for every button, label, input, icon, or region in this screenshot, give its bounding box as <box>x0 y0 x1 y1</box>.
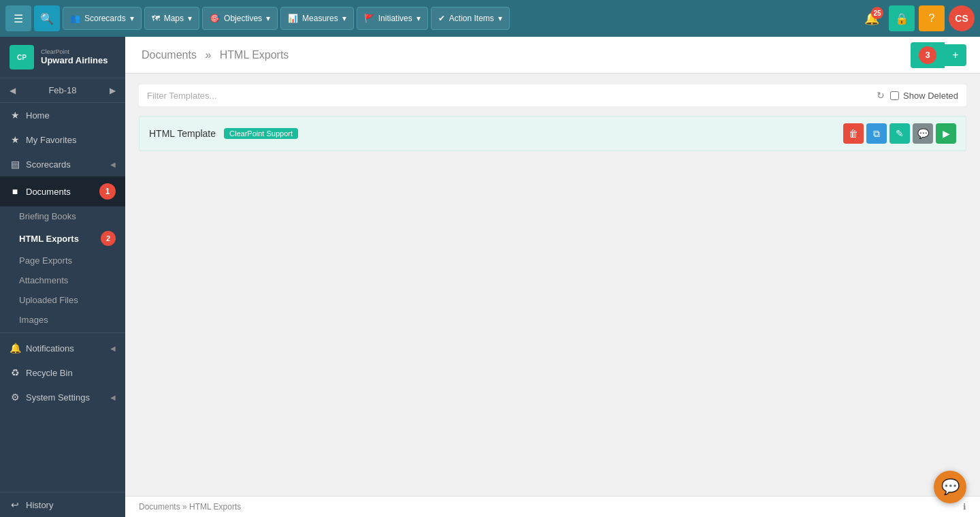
initiatives-nav-button[interactable]: 🚩 Initiatives ▾ <box>357 7 428 30</box>
history-icon: ↩ <box>10 499 20 510</box>
maps-nav-chevron: ▾ <box>188 14 192 23</box>
briefing-books-label: Briefing Books <box>19 211 76 221</box>
show-deleted-text: Show Deleted <box>903 91 958 101</box>
notifications-chevron-icon: ◀ <box>110 345 116 352</box>
sidebar-logo: CP ClearPoint Upward Airlines <box>0 37 125 78</box>
main-layout: CP ClearPoint Upward Airlines ◀ Feb-18 ▶… <box>0 37 980 517</box>
objectives-nav-icon: 🎯 <box>210 14 220 23</box>
sidebar-item-notifications[interactable]: 🔔 Notifications ◀ <box>0 336 125 360</box>
objectives-nav-chevron: ▾ <box>266 14 270 23</box>
sidebar-item-home[interactable]: ★ Home <box>0 103 125 127</box>
breadcrumb-documents: Documents <box>142 49 197 61</box>
template-list-item: HTML Template ClearPoint Support 🗑 ⧉ ✎ 💬… <box>139 116 966 151</box>
uploaded-files-label: Uploaded Files <box>19 295 78 305</box>
period-selector: ◀ Feb-18 ▶ <box>0 78 125 103</box>
notification-badge: 25 <box>871 7 883 19</box>
sidebar-item-scorecards[interactable]: ▤ Scorecards ◀ <box>0 152 125 176</box>
sidebar-item-html-exports[interactable]: HTML Exports 2 <box>0 226 125 251</box>
template-support-badge: ClearPoint Support <box>224 128 298 139</box>
show-deleted-label[interactable]: Show Deleted <box>890 91 958 101</box>
edit-template-button[interactable]: ✎ <box>889 123 910 144</box>
content-header: Documents » HTML Exports 3 + <box>125 37 980 74</box>
objectives-nav-button[interactable]: 🎯 Objectives ▾ <box>202 7 278 30</box>
sidebar-item-attachments[interactable]: Attachments <box>0 270 125 290</box>
sidebar-item-documents[interactable]: ■ Documents 1 <box>0 176 125 206</box>
comment-template-button[interactable]: 💬 <box>913 123 933 144</box>
user-avatar[interactable]: CS <box>949 5 975 31</box>
maps-nav-label: Maps <box>164 14 184 23</box>
sidebar-item-briefing-books[interactable]: Briefing Books <box>0 206 125 226</box>
top-navigation: ☰ 🔍 👥 Scorecards ▾ 🗺 Maps ▾ 🎯 Objectives… <box>0 0 980 37</box>
page-exports-label: Page Exports <box>19 255 72 266</box>
action-items-nav-icon: ✔ <box>438 14 445 23</box>
notifications-label: Notifications <box>26 343 74 354</box>
scorecards-nav-button[interactable]: 👥 Scorecards ▾ <box>63 7 142 30</box>
sidebar-item-recycle-bin[interactable]: ♻ Recycle Bin <box>0 360 125 385</box>
action-items-nav-chevron: ▾ <box>498 14 502 23</box>
period-prev-button[interactable]: ◀ <box>10 86 16 95</box>
documents-label: Documents <box>26 187 71 197</box>
favorites-label: My Favorites <box>26 135 76 145</box>
initiatives-nav-label: Initiatives <box>378 14 412 23</box>
images-label: Images <box>19 315 48 325</box>
lock-button[interactable]: 🔒 <box>889 5 915 31</box>
measures-nav-icon: 📊 <box>288 14 298 23</box>
period-label: Feb-18 <box>48 85 76 95</box>
history-label: History <box>26 500 53 510</box>
scorecards-label: Scorecards <box>26 159 71 170</box>
breadcrumb-separator: » <box>205 49 214 61</box>
measures-nav-label: Measures <box>302 14 338 23</box>
step-2-badge: 2 <box>101 231 116 246</box>
favorites-icon: ★ <box>10 134 20 145</box>
bottom-breadcrumb: Documents » HTML Exports <box>139 502 241 512</box>
template-name: HTML Template <box>149 128 216 139</box>
sidebar-item-system-settings[interactable]: ⚙ System Settings ◀ <box>0 385 125 409</box>
measures-nav-chevron: ▾ <box>342 14 346 23</box>
content-area: Documents » HTML Exports 3 + <box>125 37 980 517</box>
filter-templates-input[interactable] <box>147 91 871 101</box>
documents-icon: ■ <box>10 186 20 197</box>
notifications-bell[interactable]: 🔔 25 <box>859 5 885 31</box>
action-items-nav-label: Action Items <box>449 14 494 23</box>
scorecards-nav-icon: 👥 <box>70 14 80 23</box>
scorecards-nav-label: Scorecards <box>84 14 126 23</box>
sidebar-item-page-exports[interactable]: Page Exports <box>0 251 125 270</box>
filter-bar: ↻ Show Deleted <box>139 84 966 106</box>
action-items-nav-button[interactable]: ✔ Action Items ▾ <box>431 7 510 30</box>
system-settings-chevron-icon: ◀ <box>110 394 116 401</box>
measures-nav-button[interactable]: 📊 Measures ▾ <box>280 7 354 30</box>
logo-icon: CP <box>10 45 34 69</box>
refresh-icon[interactable]: ↻ <box>877 90 885 101</box>
maps-nav-icon: 🗺 <box>152 14 160 23</box>
sidebar-item-history[interactable]: ↩ History <box>0 492 125 517</box>
attachments-label: Attachments <box>19 275 68 285</box>
step-3-container: 3 <box>911 42 945 68</box>
sidebar-item-images[interactable]: Images <box>0 310 125 330</box>
menu-button[interactable]: ☰ <box>5 5 31 31</box>
bottom-info-icon: ℹ <box>963 502 966 512</box>
breadcrumb: Documents » HTML Exports <box>139 49 291 61</box>
home-label: Home <box>26 110 50 121</box>
sidebar-item-uploaded-files[interactable]: Uploaded Files <box>0 290 125 310</box>
recycle-bin-icon: ♻ <box>10 367 20 378</box>
home-icon: ★ <box>10 110 20 121</box>
recycle-bin-label: Recycle Bin <box>26 368 73 378</box>
add-template-button[interactable]: + <box>945 44 966 66</box>
delete-template-button[interactable]: 🗑 <box>843 123 864 144</box>
run-template-button[interactable]: ▶ <box>936 123 956 144</box>
search-button[interactable]: 🔍 <box>34 5 60 31</box>
copy-template-button[interactable]: ⧉ <box>866 123 887 144</box>
scorecards-chevron-icon: ◀ <box>110 161 116 168</box>
sidebar-item-favorites[interactable]: ★ My Favorites <box>0 127 125 152</box>
chat-button[interactable]: 💬 <box>934 471 966 503</box>
show-deleted-checkbox[interactable] <box>890 91 899 100</box>
help-button[interactable]: ? <box>919 5 945 31</box>
maps-nav-button[interactable]: 🗺 Maps ▾ <box>144 7 199 30</box>
period-next-button[interactable]: ▶ <box>110 86 116 95</box>
add-icon: + <box>952 49 958 61</box>
scorecards-icon: ▤ <box>10 159 20 170</box>
initiatives-nav-icon: 🚩 <box>364 14 374 23</box>
html-exports-label: HTML Exports <box>19 234 79 244</box>
objectives-nav-label: Objectives <box>224 14 262 23</box>
content-body: ↻ Show Deleted HTML Template ClearPoint … <box>125 74 980 496</box>
